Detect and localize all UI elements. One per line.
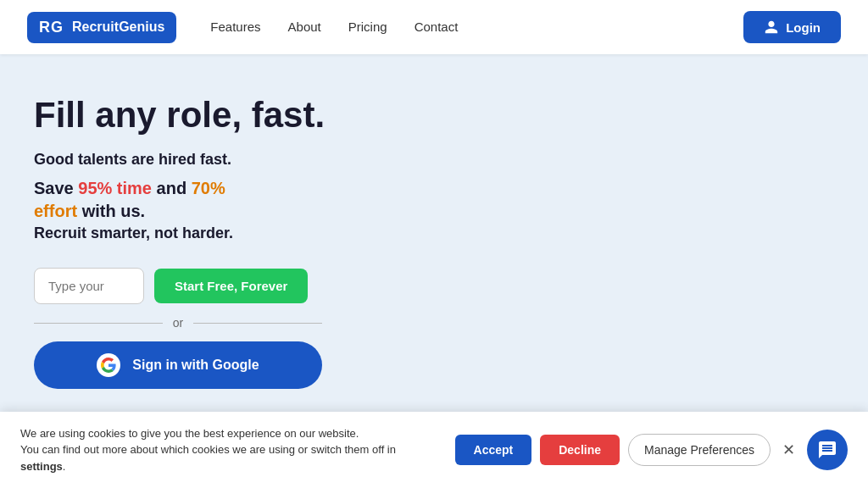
stat2: 70% <box>192 179 225 197</box>
stats-line: Save 95% time and 70% <box>34 179 834 198</box>
cookie-line1: We are using cookies to give you the bes… <box>20 427 359 440</box>
page-headline: Fill any role, fast. <box>34 95 834 136</box>
person-icon <box>764 19 779 35</box>
main-content: Fill any role, fast. Good talents are hi… <box>0 54 868 430</box>
effort-line: effort with us. <box>34 202 834 221</box>
logo-rg: RG <box>39 19 64 36</box>
logo-text: RecruitGenius <box>72 19 164 35</box>
nav-item-contact[interactable]: Contact <box>415 19 459 35</box>
input-row: Start Free, Forever <box>34 268 322 304</box>
cookie-actions: Accept Decline Manage Preferences ✕ <box>455 430 848 470</box>
divider-row: or <box>34 316 322 330</box>
email-input[interactable] <box>34 268 144 304</box>
divider-text: or <box>173 316 183 330</box>
nav-item-pricing[interactable]: Pricing <box>348 19 387 35</box>
nav-links: Features About Pricing Contact <box>210 19 743 35</box>
navbar: RG RecruitGenius Features About Pricing … <box>0 0 868 54</box>
stat-middle: and <box>152 179 192 197</box>
login-label: Login <box>786 20 821 35</box>
chat-icon <box>817 440 837 460</box>
google-icon <box>97 353 120 377</box>
nav-item-features[interactable]: Features <box>210 19 260 35</box>
chat-button[interactable] <box>807 430 848 470</box>
cookie-settings-link[interactable]: settings <box>20 460 63 473</box>
recruit-line: Recruit smarter, not harder. <box>34 225 834 242</box>
form-area: Start Free, Forever or Sign in with Goog… <box>34 268 322 389</box>
subtitle: Good talents are hired fast. <box>34 151 834 169</box>
cookie-text: We are using cookies to give you the bes… <box>20 425 438 475</box>
cookie-line2: You can find out more about which cookie… <box>20 443 396 456</box>
google-signin-button[interactable]: Sign in with Google <box>34 341 322 389</box>
stat1: 95% time <box>78 179 152 197</box>
accept-button[interactable]: Accept <box>455 435 532 465</box>
cookie-banner: We are using cookies to give you the bes… <box>0 412 868 489</box>
stats-prefix: Save <box>34 179 78 197</box>
start-free-button[interactable]: Start Free, Forever <box>154 269 308 303</box>
nav-item-about[interactable]: About <box>288 19 321 35</box>
close-cookie-button[interactable]: ✕ <box>779 437 798 463</box>
divider-left <box>34 323 163 324</box>
effort-suffix: with us. <box>77 202 145 220</box>
decline-button[interactable]: Decline <box>540 435 620 465</box>
manage-preferences-button[interactable]: Manage Preferences <box>628 434 771 466</box>
login-button[interactable]: Login <box>743 11 841 43</box>
divider-right <box>193 323 322 324</box>
google-btn-label: Sign in with Google <box>132 358 259 373</box>
effort-word: effort <box>34 202 77 220</box>
logo[interactable]: RG RecruitGenius <box>27 12 176 43</box>
